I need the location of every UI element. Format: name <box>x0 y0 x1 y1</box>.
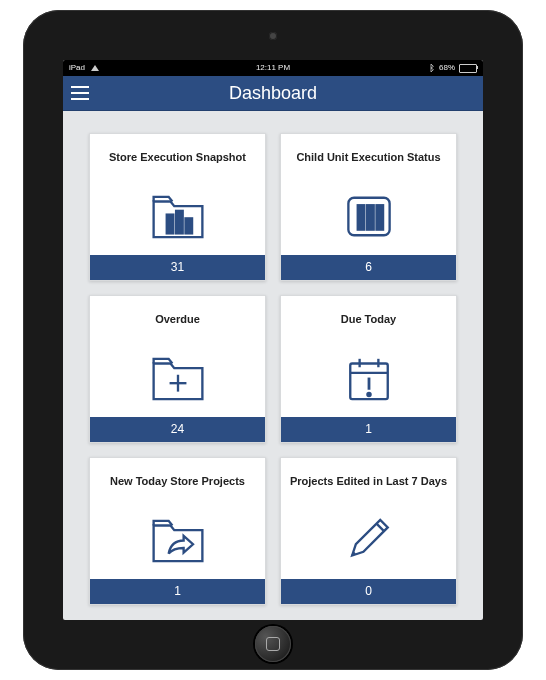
tile-count: 1 <box>281 417 456 442</box>
svg-rect-6 <box>376 205 383 229</box>
carrier-label: iPad <box>69 63 85 72</box>
svg-point-14 <box>367 393 370 396</box>
battery-icon <box>459 64 477 73</box>
ipad-camera <box>269 32 277 40</box>
tile-count: 0 <box>281 579 456 604</box>
svg-rect-1 <box>176 211 183 234</box>
calendar-alert-icon <box>281 340 456 417</box>
tile-child-unit-execution-status[interactable]: Child Unit Execution Status 6 <box>280 133 457 281</box>
tile-due-today[interactable]: Due Today 1 <box>280 295 457 443</box>
tile-title: Overdue <box>90 296 265 340</box>
bluetooth-icon <box>427 64 435 72</box>
tile-overdue[interactable]: Overdue 24 <box>89 295 266 443</box>
ipad-frame: iPad 12:11 PM 68% Dashboard <box>23 10 523 670</box>
svg-rect-5 <box>367 205 374 229</box>
tile-count: 31 <box>90 255 265 280</box>
tile-title: New Today Store Projects <box>90 458 265 502</box>
tile-new-today-store-projects[interactable]: New Today Store Projects 1 <box>89 457 266 605</box>
tile-count: 1 <box>90 579 265 604</box>
tile-title: Due Today <box>281 296 456 340</box>
ipad-screen: iPad 12:11 PM 68% Dashboard <box>63 60 483 620</box>
dashboard-tiles: Store Execution Snapshot 31 Child Unit <box>63 111 483 620</box>
folder-bars-icon <box>90 178 265 255</box>
tile-title: Projects Edited in Last 7 Days <box>281 458 456 502</box>
folder-plus-icon <box>90 340 265 417</box>
svg-line-15 <box>376 524 384 532</box>
battery-percent: 68% <box>439 60 455 76</box>
folder-arrow-icon <box>90 502 265 579</box>
svg-rect-4 <box>357 205 364 229</box>
tile-title: Store Execution Snapshot <box>90 134 265 178</box>
bars-icon <box>281 178 456 255</box>
status-bar-time: 12:11 PM <box>256 60 290 76</box>
tile-title: Child Unit Execution Status <box>281 134 456 178</box>
status-bar: iPad 12:11 PM 68% <box>63 60 483 76</box>
navbar: Dashboard <box>63 76 483 111</box>
tile-count: 24 <box>90 417 265 442</box>
tile-store-execution-snapshot[interactable]: Store Execution Snapshot 31 <box>89 133 266 281</box>
page-title: Dashboard <box>229 76 317 110</box>
svg-rect-2 <box>185 218 192 233</box>
pencil-icon <box>281 502 456 579</box>
tile-projects-edited-last-7-days[interactable]: Projects Edited in Last 7 Days 0 <box>280 457 457 605</box>
menu-button[interactable] <box>63 76 97 110</box>
status-bar-left: iPad <box>69 60 99 76</box>
tile-count: 6 <box>281 255 456 280</box>
ipad-home-button[interactable] <box>255 626 291 662</box>
svg-rect-0 <box>166 215 173 234</box>
wifi-icon <box>91 65 99 71</box>
status-bar-right: 68% <box>427 60 477 76</box>
